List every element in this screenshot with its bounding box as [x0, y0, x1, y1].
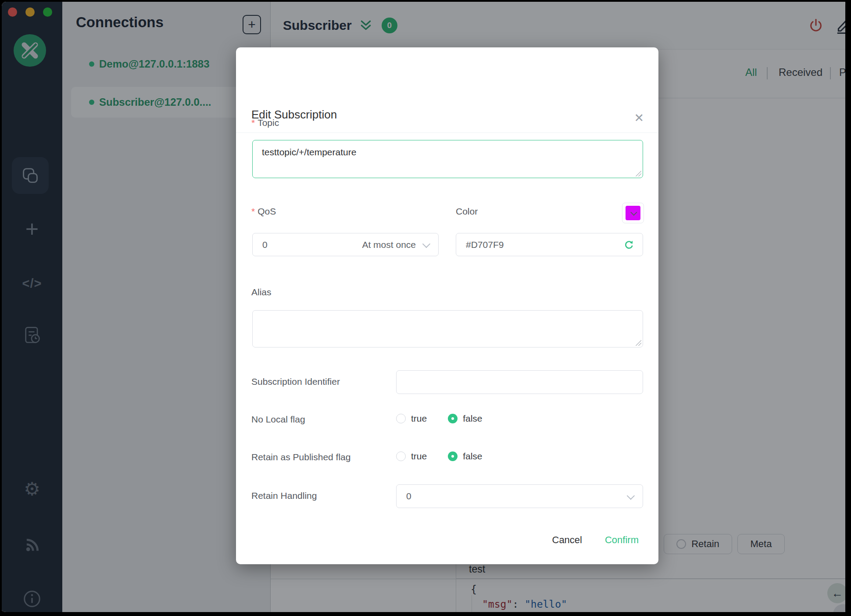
resize-handle[interactable] [635, 340, 641, 346]
retain-handling-label: Retain Handling [251, 491, 317, 501]
topic-value: testtopic/+/temperature [262, 147, 356, 158]
radio-true-label[interactable]: true [411, 451, 427, 462]
subscription-identifier-input[interactable] [396, 370, 643, 394]
retain-handling-value: 0 [406, 491, 411, 501]
dialog-header-divider [236, 133, 658, 133]
edit-subscription-dialog: Edit Subscription ✕ *Topic testtopic/+/t… [236, 47, 658, 564]
radio-true-label[interactable]: true [411, 413, 427, 424]
close-icon[interactable]: ✕ [634, 112, 644, 124]
dialog-footer: Cancel Confirm [552, 534, 639, 546]
no-local-flag-label: No Local flag [251, 414, 305, 425]
chevron-down-icon [422, 240, 430, 248]
app-window: + </> ⚙ [0, 0, 851, 616]
topic-label: *Topic [251, 118, 279, 128]
topic-textarea[interactable]: testtopic/+/temperature [252, 140, 643, 178]
color-swatch [626, 206, 640, 220]
alias-textarea[interactable] [252, 310, 643, 347]
radio-false-label[interactable]: false [463, 413, 482, 424]
color-label: Color [456, 206, 478, 217]
qos-description: At most once [362, 240, 416, 250]
cancel-button[interactable]: Cancel [552, 534, 582, 546]
confirm-button[interactable]: Confirm [605, 534, 639, 546]
radio-false-selected[interactable] [448, 414, 458, 423]
color-input[interactable]: #D707F9 [456, 233, 643, 256]
required-mark: * [251, 118, 255, 128]
resize-handle[interactable] [635, 170, 641, 176]
refresh-icon [623, 239, 635, 251]
retain-handling-select[interactable]: 0 [396, 484, 643, 508]
qos-value: 0 [262, 240, 268, 250]
radio-true-unselected[interactable] [396, 414, 406, 423]
chevron-down-icon [627, 491, 635, 499]
refresh-color-button[interactable] [623, 239, 635, 251]
retain-as-published-radio-group: true false [396, 451, 483, 462]
qos-label: *QoS [251, 206, 276, 217]
qos-select[interactable]: 0 At most once [252, 233, 439, 256]
radio-true-unselected[interactable] [396, 451, 406, 461]
subscription-identifier-label: Subscription Identifier [251, 376, 340, 387]
radio-false-selected[interactable] [448, 451, 458, 461]
no-local-radio-group: true false [396, 413, 483, 424]
chevron-down-icon [630, 209, 637, 216]
retain-as-published-label: Retain as Published flag [251, 452, 350, 462]
alias-label: Alias [251, 287, 272, 297]
color-value: #D707F9 [466, 240, 504, 250]
radio-false-label[interactable]: false [463, 451, 482, 462]
required-mark: * [251, 206, 255, 216]
color-picker-trigger[interactable] [622, 203, 644, 223]
